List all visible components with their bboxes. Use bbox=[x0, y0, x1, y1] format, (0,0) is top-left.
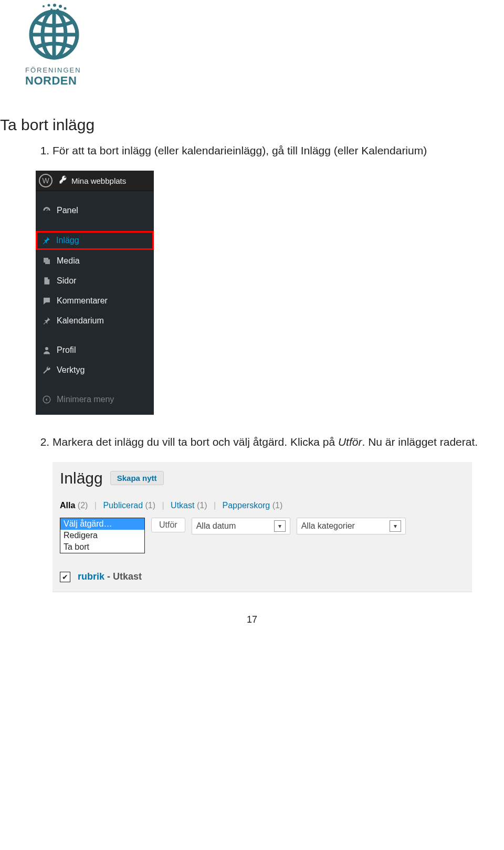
bulk-action-dropdown[interactable]: Välj åtgärd… Redigera Ta bort bbox=[60, 518, 145, 553]
logo: FÖRENINGEN NORDEN bbox=[0, 3, 504, 88]
menu-panel-label: Panel bbox=[57, 206, 78, 215]
posts-screenshot: Inlägg Skapa nytt Alla (2) | Publicerad … bbox=[52, 462, 472, 592]
key-icon bbox=[59, 175, 68, 186]
tab-alla[interactable]: Alla (2) bbox=[60, 501, 88, 510]
menu-verktyg-label: Verktyg bbox=[57, 365, 85, 375]
menu-panel[interactable]: Panel bbox=[36, 201, 154, 221]
menu-media-label: Media bbox=[57, 256, 80, 266]
menu-sidor-label: Sidor bbox=[57, 276, 76, 286]
menu-inlagg-label: Inlägg bbox=[56, 236, 79, 245]
user-icon bbox=[41, 345, 52, 355]
post-status: Utkast bbox=[113, 571, 142, 582]
posts-tabs: Alla (2) | Publicerad (1) | Utkast (1) |… bbox=[60, 501, 472, 510]
logo-text-line1: FÖRENINGEN bbox=[25, 66, 504, 74]
page-number: 17 bbox=[0, 614, 504, 625]
svg-point-4 bbox=[64, 7, 67, 10]
topbar-label: Mina webbplats bbox=[71, 176, 126, 185]
section-heading: Ta bort inlägg bbox=[0, 116, 504, 134]
new-post-button[interactable]: Skapa nytt bbox=[110, 471, 164, 485]
post-row[interactable]: ✔ rubrik - Utkast bbox=[60, 571, 472, 582]
collapse-icon bbox=[41, 395, 52, 404]
tab-utkast[interactable]: Utkast (1) bbox=[171, 501, 207, 510]
menu-profil-label: Profil bbox=[57, 345, 76, 355]
menu-media[interactable]: Media bbox=[36, 251, 154, 271]
wrench-icon bbox=[41, 365, 52, 375]
step-1: För att ta bort inlägg (eller kalendarie… bbox=[52, 144, 504, 157]
option-ta-bort[interactable]: Ta bort bbox=[60, 541, 144, 553]
chevron-down-icon: ▾ bbox=[274, 520, 286, 532]
menu-sidor[interactable]: Sidor bbox=[36, 271, 154, 291]
globe-icon bbox=[25, 3, 83, 61]
svg-point-1 bbox=[48, 4, 50, 7]
menu-minimera-label: Minimera meny bbox=[57, 395, 114, 404]
media-icon bbox=[41, 256, 52, 266]
chevron-down-icon: ▾ bbox=[390, 520, 401, 532]
logo-text-line2: NORDEN bbox=[25, 74, 504, 88]
post-name[interactable]: rubrik bbox=[78, 571, 104, 582]
comment-icon bbox=[41, 296, 52, 306]
option-redigera[interactable]: Redigera bbox=[60, 530, 144, 541]
menu-verktyg[interactable]: Verktyg bbox=[36, 360, 154, 380]
menu-kalendarium-label: Kalendarium bbox=[57, 316, 104, 326]
date-filter-select[interactable]: Alla datum ▾ bbox=[192, 518, 290, 534]
svg-point-2 bbox=[53, 4, 56, 7]
menu-kommentarer-label: Kommentarer bbox=[57, 296, 108, 306]
wp-sidebar-screenshot: W Mina webbplats Panel Inlägg Media bbox=[36, 171, 154, 415]
menu-inlagg-highlighted[interactable]: Inlägg bbox=[36, 231, 154, 250]
svg-point-0 bbox=[43, 5, 45, 7]
apply-button[interactable]: Utför bbox=[151, 518, 185, 532]
pushpin-icon bbox=[41, 316, 52, 326]
svg-point-3 bbox=[59, 5, 62, 8]
category-filter-select[interactable]: Alla kategorier ▾ bbox=[297, 518, 406, 534]
tab-papperskorg[interactable]: Papperskorg (1) bbox=[223, 501, 283, 510]
menu-kalendarium[interactable]: Kalendarium bbox=[36, 311, 154, 331]
posts-title: Inlägg bbox=[60, 469, 103, 487]
pushpin-icon bbox=[40, 236, 52, 245]
checkbox[interactable]: ✔ bbox=[60, 572, 70, 582]
wp-topbar[interactable]: W Mina webbplats bbox=[36, 171, 154, 191]
dashboard-icon bbox=[41, 206, 52, 215]
svg-point-12 bbox=[45, 347, 48, 350]
pages-icon bbox=[41, 276, 52, 286]
step-2: Markera det inlägg du vill ta bort och v… bbox=[52, 436, 504, 448]
tab-publicerad[interactable]: Publicerad (1) bbox=[103, 501, 155, 510]
option-valj-atgard[interactable]: Välj åtgärd… bbox=[60, 518, 144, 530]
menu-profil[interactable]: Profil bbox=[36, 340, 154, 360]
wordpress-icon: W bbox=[39, 174, 52, 187]
menu-minimera[interactable]: Minimera meny bbox=[36, 390, 154, 410]
menu-kommentarer[interactable]: Kommentarer bbox=[36, 291, 154, 311]
